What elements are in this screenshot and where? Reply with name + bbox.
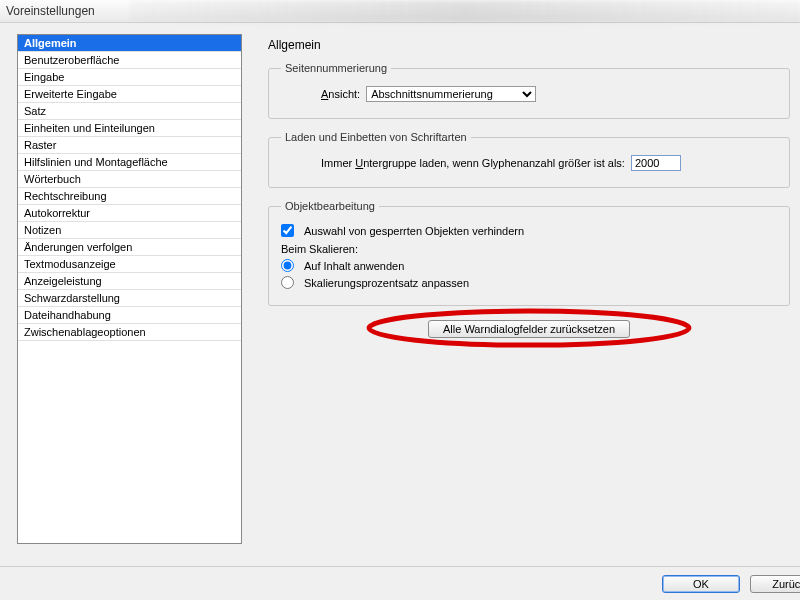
sidebar-item[interactable]: Änderungen verfolgen: [18, 239, 241, 256]
view-select[interactable]: Abschnittsnummerierung: [366, 86, 536, 102]
sidebar-item[interactable]: Eingabe: [18, 69, 241, 86]
sidebar-item[interactable]: Autokorrektur: [18, 205, 241, 222]
sidebar-item[interactable]: Raster: [18, 137, 241, 154]
page-title: Allgemein: [268, 38, 796, 52]
reset-warnings-button[interactable]: Alle Warndialogfelder zurücksetzen: [428, 320, 630, 338]
apply-to-content-radio[interactable]: [281, 259, 294, 272]
page-numbering-legend: Seitennummerierung: [281, 62, 391, 74]
object-editing-group: Objektbearbeitung Auswahl von gesperrten…: [268, 200, 790, 306]
sidebar-item[interactable]: Erweiterte Eingabe: [18, 86, 241, 103]
sidebar-item[interactable]: Notizen: [18, 222, 241, 239]
sidebar-item[interactable]: Einheiten und Einteilungen: [18, 120, 241, 137]
sidebar-item[interactable]: Satz: [18, 103, 241, 120]
font-loading-legend: Laden und Einbetten von Schriftarten: [281, 131, 471, 143]
adjust-percent-label[interactable]: Skalierungsprozentsatz anpassen: [304, 277, 469, 289]
dialog-footer: OK Zurück: [0, 566, 800, 600]
font-loading-group: Laden und Einbetten von Schriftarten Imm…: [268, 131, 790, 188]
sidebar-item[interactable]: Dateihandhabung: [18, 307, 241, 324]
titlebar: Voreinstellungen: [0, 0, 800, 23]
dialog-body: AllgemeinBenutzeroberflächeEingabeErweit…: [12, 30, 800, 564]
preferences-window: Voreinstellungen AllgemeinBenutzeroberfl…: [0, 0, 800, 600]
glyph-threshold-label: Immer Untergruppe laden, wenn Glyphenanz…: [321, 157, 625, 169]
ok-button[interactable]: OK: [662, 575, 740, 593]
glyph-threshold-input[interactable]: [631, 155, 681, 171]
page-numbering-group: Seitennummerierung Ansicht: Abschnittsnu…: [268, 62, 790, 119]
back-button[interactable]: Zurück: [750, 575, 800, 593]
object-editing-legend: Objektbearbeitung: [281, 200, 379, 212]
sidebar-item[interactable]: Zwischenablageoptionen: [18, 324, 241, 341]
content-pane: Allgemein Seitennummerierung Ansicht: Ab…: [262, 34, 796, 564]
sidebar-item[interactable]: Allgemein: [18, 35, 241, 52]
sidebar-item[interactable]: Anzeigeleistung: [18, 273, 241, 290]
adjust-percent-radio[interactable]: [281, 276, 294, 289]
scaling-header: Beim Skalieren:: [281, 243, 777, 255]
window-title: Voreinstellungen: [6, 4, 95, 18]
apply-to-content-label[interactable]: Auf Inhalt anwenden: [304, 260, 404, 272]
reset-row: Alle Warndialogfelder zurücksetzen: [262, 320, 796, 338]
sidebar-item[interactable]: Textmodusanzeige: [18, 256, 241, 273]
sidebar-item[interactable]: Rechtschreibung: [18, 188, 241, 205]
sidebar-item[interactable]: Wörterbuch: [18, 171, 241, 188]
prevent-locked-selection-label[interactable]: Auswahl von gesperrten Objekten verhinde…: [304, 225, 524, 237]
sidebar-item[interactable]: Schwarzdarstellung: [18, 290, 241, 307]
sidebar-item[interactable]: Hilfslinien und Montagefläche: [18, 154, 241, 171]
category-list[interactable]: AllgemeinBenutzeroberflächeEingabeErweit…: [17, 34, 242, 544]
prevent-locked-selection-checkbox[interactable]: [281, 224, 294, 237]
sidebar-item[interactable]: Benutzeroberfläche: [18, 52, 241, 69]
view-label: Ansicht:: [321, 88, 360, 100]
